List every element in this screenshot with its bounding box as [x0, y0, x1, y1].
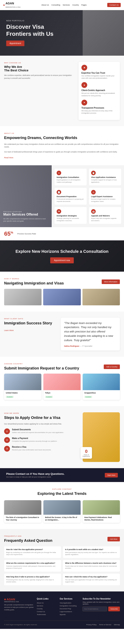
footer-bottom-links: Privacy Policy Terms of Service Sitemap [86, 624, 120, 626]
expertise-item-client: ♦ Client-Centric Approach We put our cli… [82, 82, 117, 96]
testimonial-left: What Client Says Immigration Success Sto… [4, 318, 57, 332]
footer-link-0[interactable]: About Us [37, 602, 56, 604]
country-badge-usa: Available [6, 396, 14, 398]
about-section: About Us Empowering Dreams, Connecting W… [0, 126, 124, 165]
services-grid: ✈ Immigration Consultation Expert guidan… [52, 165, 124, 227]
blog-info-1: Behind the Scenes: A Day in the life of … [44, 515, 80, 522]
faq-ask-button[interactable]: Ask More [108, 537, 120, 542]
hero-title: Discover Visa Frontiers with Us [6, 24, 60, 37]
hero-cta-button[interactable]: Appointment [6, 40, 24, 46]
navbar-logo: ■ AGANIMMIGRATION & VISA [3, 2, 20, 8]
faq-item-3[interactable]: What is the difference between a tourist… [63, 560, 120, 572]
quote-author: Halina Rodriguez — IT Specialist [64, 345, 116, 347]
step-content-0: Submit Documents Gather and submit all r… [12, 428, 64, 434]
stat-label: Process Success Rate [17, 233, 36, 235]
nav-consulting[interactable]: Consulting [52, 4, 60, 6]
blog-image-1 [44, 500, 80, 515]
nav-about[interactable]: About Us [41, 4, 49, 6]
hero-tag: New Portfolio [6, 20, 118, 22]
blog-info-0: The Role of a Immigration Consultant in … [4, 515, 41, 522]
footer-privacy[interactable]: Privacy Policy [86, 624, 96, 626]
country-badge-japan: Available [45, 396, 53, 398]
stats-bar: 65% Process Success Rate [0, 227, 124, 240]
steps-section: How We Work Steps to Apply Online for a … [0, 406, 124, 468]
blog-section: Explore Content Exploring the Latest Tre… [0, 482, 124, 529]
navbar-cta-button[interactable]: Contact Us [107, 3, 121, 7]
faq-grid: How do I start the visa application proc… [4, 546, 120, 585]
blog-card-1[interactable]: Behind the Scenes: A Day in the life of … [44, 500, 80, 522]
footer-link-1[interactable]: Services [37, 605, 56, 607]
experience-tag: Years of [83, 454, 90, 456]
navigate-more-button[interactable]: More Information [102, 280, 120, 284]
footer-service-1[interactable]: Immigration Consulting [60, 605, 79, 607]
faq-title: Frequently Asked Question [4, 538, 52, 543]
footer-services-col: Our Services Visa Application Immigratio… [60, 598, 79, 616]
footer-link-2[interactable]: Country [37, 608, 56, 610]
service-card-5: 📅 Appeals and Waivers Expert help with i… [89, 207, 121, 224]
footer-subscribe-button[interactable]: Subscribe [108, 606, 120, 611]
step-item-2: ③ Receive a Visa Receive your visa confi… [4, 446, 78, 452]
navigate-title: Navigating Immigration and Visas [4, 281, 64, 286]
service-card-4: 🗺 Immigration Strategies Strategic plann… [54, 207, 86, 224]
country-title: Submit Immigration Request for a Country [4, 366, 79, 371]
footer-copyright: © 2024 Agan Immigration. All rights rese… [4, 624, 38, 626]
country-card-usa[interactable]: United States Available [4, 374, 41, 400]
footer-link-3[interactable]: Contact Us [37, 611, 56, 612]
expertise-item-trust: ★ Expertise You Can Trust Our certified … [82, 65, 117, 79]
footer-terms[interactable]: Terms of Service [99, 624, 112, 626]
footer-service-3[interactable]: Legal Assistance [60, 611, 79, 612]
footer-service-0[interactable]: Visa Application [60, 602, 79, 604]
country-card-greece[interactable]: Grappenhius Available [83, 374, 120, 400]
footer-sitemap[interactable]: Sitemap [114, 624, 120, 626]
faq-item-2[interactable]: What are the common requirements for a v… [4, 560, 61, 572]
country-badge-greece: Available [84, 396, 92, 398]
faq-item-0[interactable]: How do I start the visa application proc… [4, 546, 61, 558]
testimonial-read-more[interactable]: Learn More [4, 329, 14, 332]
about-tag: About Us [4, 132, 120, 134]
testimonial-section: What Client Says Immigration Success Sto… [0, 312, 124, 357]
blog-info-2: How Payment Celebrations: Real Stories, … [83, 515, 120, 522]
step-icon-1: ② [4, 437, 10, 443]
footer-email-input[interactable] [82, 606, 107, 611]
contact-strip-button[interactable]: Start Here [105, 473, 118, 478]
footer-service-4[interactable]: Appeals [60, 614, 79, 616]
faq-item-1[interactable]: Is it possible to work while on a studen… [63, 546, 120, 558]
navbar: ■ AGANIMMIGRATION & VISA About Us Consul… [0, 0, 124, 10]
footer-link-4[interactable]: Testimonials [37, 614, 56, 616]
navigate-image-2 [43, 289, 80, 305]
step-item-0: ① Submit Documents Gather and submit all… [4, 428, 78, 434]
add-country-button[interactable]: Add a Country [104, 364, 120, 369]
blog-cards: The Role of a Immigration Consultant in … [4, 500, 120, 522]
country-image-usa [4, 374, 41, 390]
footer-brand: ■ AGAN IMMIGRATION & VISA We provide com… [4, 598, 34, 616]
country-info-greece: Grappenhius Available [83, 390, 120, 400]
services-tag: Process Overview [3, 211, 48, 212]
nav-country[interactable]: Country [72, 4, 79, 6]
steps-left: How We Work Steps to Apply Online for a … [4, 412, 78, 462]
nav-services[interactable]: Services [62, 4, 70, 6]
footer-service-2[interactable]: Document Prep [60, 608, 79, 610]
blog-card-0[interactable]: The Role of a Immigration Consultant in … [4, 500, 41, 522]
footer-bottom: © 2024 Agan Immigration. All rights rese… [4, 624, 120, 626]
faq-item-4[interactable]: How long does it take to process a visa … [4, 574, 61, 585]
quote-text: "The Bagan team exceeded my expectations… [64, 321, 116, 342]
service-icon-5: 📅 [91, 209, 96, 214]
expertise-section: Why Choose Us Why We Are The Best Choice… [0, 56, 124, 126]
blog-image-0 [4, 500, 41, 515]
country-card-japan[interactable]: Tokyo Available [44, 374, 80, 400]
faq-item-5[interactable]: How can I check the status of my visa ap… [63, 574, 120, 585]
testimonial-title: Immigration Success Story [4, 321, 57, 326]
nav-pages[interactable]: Pages [81, 4, 86, 6]
experience-number: 0 [83, 449, 90, 454]
service-card-1: 📋 Visa Application Assistance Complete s… [89, 168, 121, 185]
footer-divider [4, 620, 120, 621]
about-text2: Our team of dedicated professionals brin… [4, 150, 120, 154]
cta-button[interactable]: Appointment now [50, 257, 74, 263]
about-text1: We understand you have many immigration … [4, 143, 120, 148]
about-title: Empowering Dreams, Connecting Worlds [4, 136, 120, 140]
step-icon-0: ① [4, 428, 10, 434]
country-header: Choose Country Submit Immigration Reques… [4, 363, 120, 371]
about-read-more[interactable]: Read More [4, 156, 14, 159]
navigate-header: How It Works Navigating Immigration and … [4, 278, 120, 286]
blog-card-2[interactable]: How Payment Celebrations: Real Stories, … [83, 500, 120, 522]
